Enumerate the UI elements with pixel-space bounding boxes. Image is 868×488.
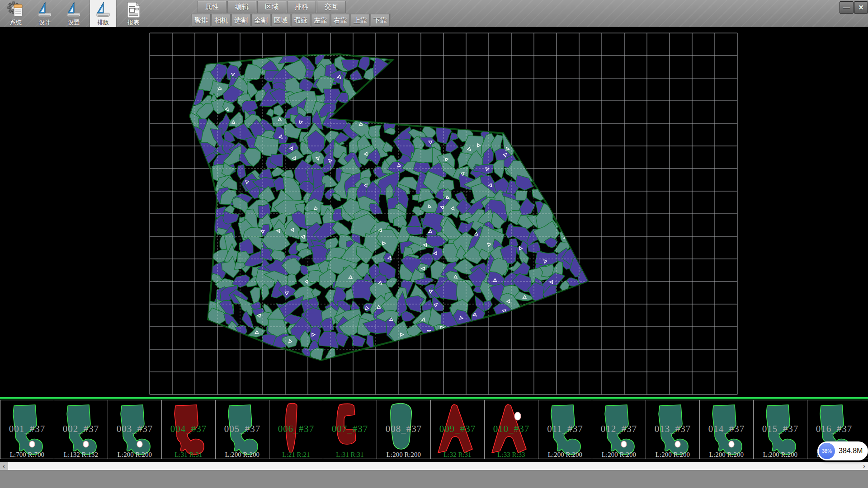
thumbnail-piece-010_#37[interactable]: 010_#37L:33 R:33 — [485, 400, 538, 459]
piece-shape-svg: 004_#37L:31 R:31 — [162, 400, 215, 459]
piece-id-label: 006_#37 — [278, 423, 315, 434]
piece-shape-svg: 012_#37L:200 R:200 — [592, 400, 646, 459]
scroll-right-button[interactable]: › — [860, 462, 868, 470]
tool-button-2[interactable]: 相机 — [212, 14, 231, 27]
tool-button-9[interactable]: 上靠 — [351, 14, 370, 27]
tool-button-7[interactable]: 左靠 — [311, 14, 330, 27]
tool-button-8[interactable]: 右靠 — [331, 14, 350, 27]
nesting-canvas-svg — [0, 27, 868, 397]
toolbar-item-3[interactable]: 设置 — [61, 0, 87, 27]
nested-pieces — [184, 49, 594, 362]
piece-lr-label: L:33 R:33 — [497, 451, 525, 458]
tool-button-10[interactable]: 下靠 — [371, 14, 390, 27]
piece-id-label: 002_#37 — [63, 423, 99, 434]
piece-lr-label: L:700 R:700 — [10, 451, 44, 458]
progress-percent: 38% — [822, 448, 832, 454]
piece-id-label: 005_#37 — [224, 423, 261, 434]
piece-shape-svg: 014_#37L:200 R:200 — [700, 400, 753, 459]
minimize-icon: — — [843, 4, 850, 11]
thumbnail-piece-013_#37[interactable]: 013_#37L:200 R:200 — [646, 400, 700, 459]
piece-id-label: 015_#37 — [762, 423, 799, 434]
piece-shape-svg: 010_#37L:33 R:33 — [485, 400, 538, 459]
piece-id-label: 013_#37 — [655, 423, 691, 434]
close-button[interactable]: ✕ — [854, 1, 868, 14]
piece-lr-label: L:200 R:200 — [763, 451, 797, 458]
toolbar-item-2[interactable]: 设计 — [32, 0, 58, 27]
piece-shape-svg: 015_#37L:200 R:200 — [754, 400, 807, 459]
piece-id-label: 004_#37 — [170, 423, 207, 434]
piece-hole — [29, 441, 35, 447]
piece-lr-label: L:200 R:200 — [387, 451, 421, 458]
memory-size-label: 384.8M — [839, 447, 863, 455]
thumbnail-piece-012_#37[interactable]: 012_#37L:200 R:200 — [592, 400, 646, 459]
toolbar-item-4[interactable]: 排版 — [90, 0, 116, 27]
toolbar-item-label: 排版 — [97, 19, 109, 26]
piece-id-label: 001_#37 — [9, 423, 46, 434]
toolbar-item-label: 报表 — [127, 19, 139, 26]
tool-button-6[interactable]: 瑕疵 — [291, 14, 310, 27]
scrollbar-thumb[interactable] — [8, 462, 861, 470]
thumbnail-piece-001_#37[interactable]: 001_#37L:700 R:700 — [0, 400, 54, 459]
status-bar — [0, 470, 868, 488]
piece-id-label: 003_#37 — [117, 423, 153, 434]
piece-id-label: 009_#37 — [439, 423, 476, 434]
menu-tab-4[interactable]: 排料 — [287, 1, 316, 13]
piece-shape-svg: 009_#37L:32 R:31 — [431, 400, 484, 459]
piece-id-label: 012_#37 — [601, 423, 637, 434]
piece-lr-label: L:200 R:200 — [602, 451, 636, 458]
set-square-icon — [65, 1, 83, 19]
toolbar-item-5[interactable]: 报表 — [120, 0, 146, 27]
report-doc-icon — [124, 1, 142, 19]
piece-hole — [729, 441, 734, 447]
toolbar-item-1[interactable]: 系统 — [3, 0, 29, 27]
tool-button-row: 聚排相机选割全割区域瑕疵左靠右靠上靠下靠 — [191, 14, 391, 27]
scroll-left-button[interactable]: ‹ — [0, 462, 8, 470]
piece-id-label: 008_#37 — [386, 423, 422, 434]
menu-tab-2[interactable]: 编辑 — [227, 1, 256, 13]
menu-tab-1[interactable]: 属性 — [198, 1, 226, 13]
thumbnail-piece-004_#37[interactable]: 004_#37L:31 R:31 — [162, 400, 216, 459]
piece-lr-label: L:200 R:200 — [656, 451, 690, 458]
menu-tab-row: 属性编辑区域排料交互 — [198, 1, 346, 13]
piece-id-label: 014_#37 — [708, 423, 745, 434]
thumbnail-piece-002_#37[interactable]: 002_#37L:132 R:132 — [54, 400, 108, 459]
nesting-canvas[interactable] — [0, 27, 868, 397]
set-square-icon — [36, 1, 54, 19]
toolbar-item-label: 设置 — [68, 19, 80, 26]
piece-id-label: 011_#37 — [547, 423, 583, 434]
piece-lr-label: L:200 R:200 — [118, 451, 152, 458]
piece-hole — [675, 441, 680, 447]
piece-id-label: 010_#37 — [493, 423, 530, 434]
piece-shape-svg: 002_#37L:132 R:132 — [54, 400, 108, 459]
thumbnail-piece-006_#37[interactable]: 006_#37L:21 R:21 — [269, 400, 323, 459]
menu-tab-5[interactable]: 交互 — [317, 1, 346, 13]
piece-hole — [137, 441, 142, 447]
piece-shape-svg: 007_#37L:31 R:31 — [323, 400, 377, 459]
tool-button-1[interactable]: 聚排 — [192, 14, 211, 27]
thumbnail-list: 001_#37L:700 R:700002_#37L:132 R:132003_… — [0, 399, 868, 459]
thumbnail-piece-011_#37[interactable]: 011_#37L:200 R:200 — [538, 400, 592, 459]
piece-thumbnail-strip: 001_#37L:700 R:700002_#37L:132 R:132003_… — [0, 397, 868, 459]
piece-shape-svg: 001_#37L:700 R:700 — [0, 400, 54, 459]
thumbnail-piece-014_#37[interactable]: 014_#37L:200 R:200 — [700, 400, 754, 459]
thumbnail-piece-015_#37[interactable]: 015_#37L:200 R:200 — [754, 400, 807, 459]
horizontal-scrollbar: ‹ › — [0, 462, 868, 470]
thumbnail-piece-003_#37[interactable]: 003_#37L:200 R:200 — [108, 400, 162, 459]
gear-notepad-icon — [7, 1, 25, 19]
piece-lr-label: L:31 R:31 — [336, 451, 363, 458]
tool-button-4[interactable]: 全割 — [251, 14, 270, 27]
thumbnail-piece-005_#37[interactable]: 005_#37L:200 R:200 — [216, 400, 269, 459]
tool-button-3[interactable]: 选割 — [231, 14, 250, 27]
thumbnail-piece-008_#37[interactable]: 008_#37L:200 R:200 — [377, 400, 431, 459]
menu-tab-3[interactable]: 区域 — [257, 1, 286, 13]
piece-lr-label: L:132 R:132 — [64, 451, 98, 458]
minimize-button[interactable]: — — [840, 1, 854, 14]
thumbnail-piece-009_#37[interactable]: 009_#37L:32 R:31 — [431, 400, 485, 459]
thumbnail-piece-007_#37[interactable]: 007_#37L:31 R:31 — [323, 400, 377, 459]
piece-shape-svg: 005_#37L:200 R:200 — [216, 400, 269, 459]
piece-shape-svg: 006_#37L:21 R:21 — [269, 400, 323, 459]
tool-button-5[interactable]: 区域 — [271, 14, 290, 27]
piece-lr-label: L:21 R:21 — [282, 451, 310, 458]
piece-shape-svg: 003_#37L:200 R:200 — [108, 400, 161, 459]
piece-lr-label: L:200 R:200 — [548, 451, 582, 458]
